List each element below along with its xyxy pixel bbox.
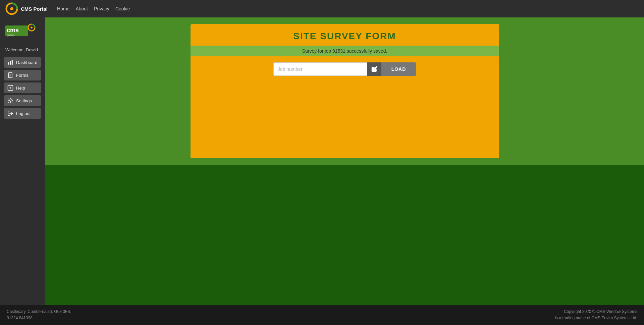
- gear-icon: [7, 98, 13, 104]
- nav-cookie[interactable]: Cookie: [115, 6, 130, 11]
- nav-about[interactable]: About: [75, 6, 88, 11]
- form-title: SITE SURVEY FORM: [191, 24, 499, 46]
- upper-content: SITE SURVEY FORM Survey for job 91531 su…: [45, 17, 644, 165]
- svg-text:?: ?: [9, 86, 11, 90]
- navbar: CMS Portal Home About Privacy Cookie: [0, 0, 644, 17]
- help-button[interactable]: ? Help: [4, 83, 41, 93]
- edit-icon-button[interactable]: [367, 62, 381, 76]
- nav-privacy[interactable]: Privacy: [94, 6, 109, 11]
- svg-rect-7: [8, 62, 9, 65]
- navbar-links: Home About Privacy Cookie: [57, 6, 130, 11]
- content-wrapper: SITE SURVEY FORM Survey for job 91531 su…: [45, 17, 644, 305]
- footer-address-line2: 01324 841398: [7, 315, 71, 321]
- footer-copyright-line2: is a trading name of CMS Enviro Systems …: [555, 315, 637, 321]
- footer: Castlecary, Cumbernauld, G68 0FS, 01324 …: [0, 305, 644, 325]
- dashboard-label: Dashboard: [16, 60, 38, 65]
- footer-right: Copyright 2020 © CMS Window Systems is a…: [555, 309, 637, 321]
- bar-chart-icon: [7, 59, 13, 65]
- svg-text:group: group: [7, 34, 14, 37]
- sidebar: cms group Welcome, Dawid Dashboard: [0, 17, 45, 305]
- dashboard-button[interactable]: Dashboard: [4, 57, 41, 68]
- document-icon: [7, 72, 13, 78]
- svg-text:cms: cms: [7, 27, 19, 34]
- svg-rect-9: [12, 60, 13, 65]
- sidebar-welcome: Welcome, Dawid: [4, 47, 38, 52]
- settings-label: Settings: [16, 98, 32, 103]
- job-number-input[interactable]: [273, 62, 367, 76]
- svg-point-1: [10, 7, 13, 10]
- settings-button[interactable]: Settings: [4, 95, 41, 106]
- cms-logo-icon: [5, 2, 18, 15]
- question-icon: ?: [7, 85, 13, 91]
- cms-group-logo-icon: cms group: [5, 23, 36, 41]
- help-label: Help: [16, 86, 25, 91]
- navbar-brand: CMS Portal: [5, 2, 48, 15]
- load-button[interactable]: LOAD: [381, 62, 416, 76]
- logout-label: Log out: [16, 111, 31, 116]
- navbar-title: CMS Portal: [21, 6, 48, 12]
- footer-copyright-line1: Copyright 2020 © CMS Window Systems: [555, 309, 637, 315]
- sidebar-logo: cms group: [4, 23, 36, 43]
- site-survey-form-card: SITE SURVEY FORM Survey for job 91531 su…: [191, 24, 499, 158]
- svg-point-16: [10, 100, 11, 102]
- edit-icon: [371, 66, 377, 72]
- success-message: Survey for job 91531 successfully saved.: [191, 46, 499, 56]
- forms-label: Forms: [16, 73, 29, 78]
- footer-left: Castlecary, Cumbernauld, G68 0FS, 01324 …: [7, 309, 71, 321]
- logout-button[interactable]: Log out: [4, 108, 41, 119]
- main-layout: cms group Welcome, Dawid Dashboard: [0, 17, 644, 305]
- svg-rect-8: [10, 61, 11, 65]
- logout-icon: [7, 110, 13, 116]
- nav-home[interactable]: Home: [57, 6, 69, 11]
- forms-button[interactable]: Forms: [4, 70, 41, 80]
- form-body: LOAD: [191, 56, 499, 83]
- svg-point-6: [31, 26, 33, 29]
- lower-content: [45, 165, 644, 305]
- footer-address-line1: Castlecary, Cumbernauld, G68 0FS,: [7, 309, 71, 315]
